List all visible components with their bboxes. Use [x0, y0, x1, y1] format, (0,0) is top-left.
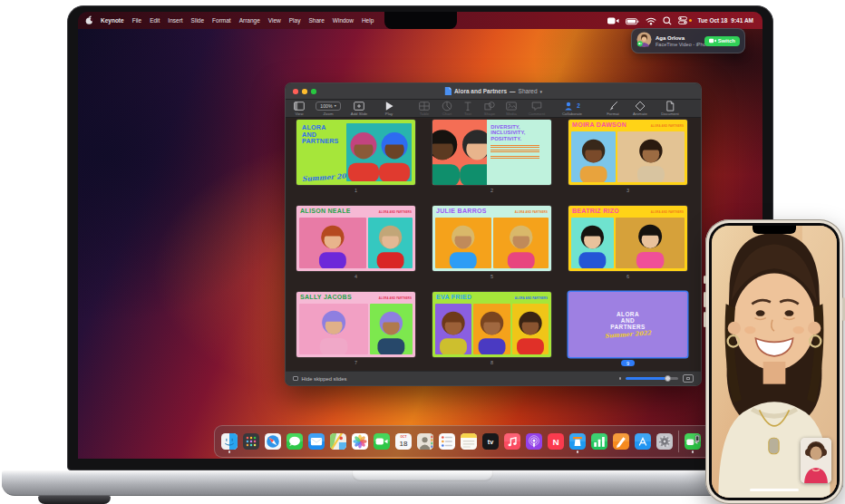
dock-safari-icon[interactable] [265, 433, 281, 450]
dock-facetime-call-icon[interactable] [685, 433, 701, 450]
dock-photos-icon[interactable] [352, 433, 368, 450]
shape-icon [478, 101, 501, 111]
chart-icon [435, 101, 459, 111]
zoom-slider-knob[interactable] [665, 375, 671, 382]
toolbar-shape-button[interactable]: Shape [478, 101, 501, 116]
dock-pages-icon[interactable] [613, 433, 629, 450]
menu-edit[interactable]: Edit [150, 17, 160, 24]
menu-insert[interactable]: Insert [168, 17, 182, 24]
slide-photo [571, 131, 616, 182]
menu-view[interactable]: View [268, 17, 281, 24]
slide-thumbnail-8[interactable]: EVA FRIEDALORA AND PARTNERS [432, 292, 551, 357]
slide-thumbnail-1[interactable]: ALORAANDPARTNERSSummer 2022 [296, 120, 415, 185]
table-icon [413, 101, 436, 111]
menu-file[interactable]: File [132, 17, 141, 24]
dock-contacts-icon[interactable] [417, 433, 433, 450]
spotlight-search-icon[interactable] [663, 13, 672, 29]
slide-number-2: 2 [432, 188, 551, 193]
minimize-window-button[interactable] [302, 89, 307, 94]
slide-thumbnail-9[interactable]: ALORAANDPARTNERSSummer 2022 [568, 292, 687, 357]
slide-photo [435, 218, 491, 268]
apple-menu-icon[interactable] [85, 15, 93, 26]
dock-launchpad-icon[interactable] [243, 433, 259, 450]
toolbar-animate-button[interactable]: Animate [626, 101, 654, 116]
menu-arrange[interactable]: Arrange [239, 17, 260, 24]
collaborate-icon: 2 [550, 101, 594, 111]
menu-format[interactable]: Format [212, 17, 231, 24]
menu-window[interactable]: Window [333, 17, 354, 24]
dock-settings-icon[interactable] [656, 433, 673, 450]
menu-help[interactable]: Help [362, 17, 374, 24]
toolbar-comment-button[interactable]: Comment [523, 101, 550, 116]
toolbar-add-slide-button[interactable]: Add Slide [344, 101, 374, 116]
dock-maps-icon[interactable] [330, 433, 346, 450]
slide-title: ALORAANDPARTNERS [302, 124, 339, 145]
dock-finder-icon[interactable] [221, 433, 238, 450]
toolbar-chart-button[interactable]: Chart [435, 101, 459, 116]
format-icon [599, 101, 626, 111]
dock-news-icon[interactable]: N [548, 433, 564, 450]
slide-thumbnail-4[interactable]: ALISON NEALEALORA AND PARTNERS [296, 206, 415, 271]
control-center-icon[interactable] [678, 16, 692, 24]
dock-appstore-icon[interactable] [635, 433, 651, 450]
window-footer: Hide skipped slides [286, 371, 701, 385]
dock-messages-icon[interactable] [287, 433, 303, 450]
toolbar-text-button[interactable]: Text [457, 101, 479, 116]
macbook-display-wallpaper: KeynoteFileEditInsertSlideFormatArrangeV… [78, 12, 762, 459]
shared-label[interactable]: Shared [519, 88, 538, 94]
slide-thumbnail-7[interactable]: SALLY JACOBSALORA AND PARTNERS [296, 292, 415, 357]
slide-number-1: 1 [296, 188, 415, 193]
slide-photo [435, 304, 471, 354]
zoom-slider[interactable] [626, 377, 678, 380]
dock-podcasts-icon[interactable] [526, 433, 542, 450]
dock-calendar-icon[interactable]: OCT18 [395, 433, 412, 450]
window-titlebar[interactable]: Alora and Partners — Shared ▾ [286, 83, 701, 100]
menu-slide[interactable]: Slide [191, 17, 204, 24]
toolbar-media-button[interactable]: Media [500, 101, 523, 116]
slide-brand-text: ALORA AND PARTNERS [651, 210, 684, 214]
facetime-handoff-notification[interactable]: Aga Orlova FaceTime Video - iPhone › Swi… [631, 28, 745, 53]
macbook-lid-notch [352, 470, 493, 481]
menu-play[interactable]: Play [289, 17, 301, 24]
toolbar-view-button[interactable]: View [287, 101, 311, 116]
slide-photo [299, 218, 366, 268]
dock-numbers-icon[interactable] [591, 433, 607, 450]
menu-clock[interactable]: Tue Oct 18 9:41 AM [698, 17, 753, 24]
toolbar-zoom-button[interactable]: 100%▾Zoom [311, 101, 345, 116]
desktop-scene: KeynoteFileEditInsertSlideFormatArrangeV… [0, 0, 845, 504]
toolbar-collaborate-button[interactable]: 2Collaborate [550, 101, 594, 116]
slide-brand-text: ALORA AND PARTNERS [379, 296, 412, 300]
dock-reminders-icon[interactable] [439, 433, 455, 450]
iphone-home-indicator [750, 489, 799, 492]
dock-facetime-icon[interactable] [374, 433, 390, 450]
switch-call-button[interactable]: Switch [704, 36, 740, 46]
dock-music-icon[interactable] [504, 433, 520, 450]
hide-skipped-checkbox[interactable] [293, 376, 298, 382]
dock-keynote-icon[interactable] [569, 433, 586, 450]
slide-photo [368, 218, 413, 268]
slide-thumbnail-3[interactable]: MOIRA DAWSONALORA AND PARTNERS [568, 120, 687, 185]
zoom-window-button[interactable] [311, 89, 316, 94]
menu-share[interactable]: Share [308, 17, 324, 24]
dock-notes-icon[interactable] [461, 433, 477, 450]
close-window-button[interactable] [293, 89, 298, 94]
fit-view-icon [686, 377, 691, 381]
screen-sharing-camera-icon[interactable] [607, 13, 619, 29]
document-title: Alora and Partners [454, 88, 507, 94]
slide-title: ALORAANDPARTNERS [610, 311, 646, 330]
dock-tv-icon[interactable]: tv [482, 433, 499, 450]
fit-view-button[interactable] [683, 374, 694, 383]
toolbar-document-button[interactable]: Document [654, 101, 686, 116]
menu-keynote[interactable]: Keynote [101, 17, 124, 24]
toolbar-table-button[interactable]: Table [413, 101, 436, 116]
wifi-icon[interactable] [646, 13, 656, 29]
dock-mail-icon[interactable] [308, 433, 325, 450]
slide-thumbnail-6[interactable]: BEATRIZ RIZOALORA AND PARTNERS [568, 206, 687, 271]
zoom-out-dot-icon[interactable] [619, 377, 622, 380]
slide-thumbnail-5[interactable]: JULIE BARROSALORA AND PARTNERS [432, 206, 551, 271]
slide-thumbnail-2[interactable]: DIVERSITY,INCLUSIVITY,POSITIVITY. [432, 120, 551, 185]
toolbar-format-button[interactable]: Format [599, 101, 626, 116]
running-indicator-dot [692, 451, 694, 453]
toolbar-play-button[interactable]: Play [376, 101, 402, 116]
battery-icon[interactable] [626, 13, 639, 29]
